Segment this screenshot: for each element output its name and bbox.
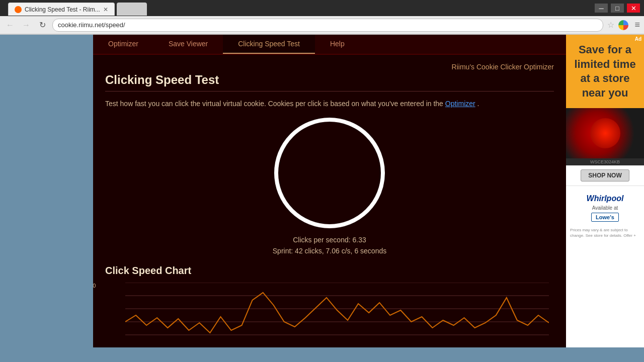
cookie-area: Clicks per second: 6.33 Sprint: 42 click…	[105, 118, 554, 257]
y-label-3: 4.8	[93, 318, 96, 324]
clicks-per-second: Clicks per second: 6.33	[273, 234, 386, 245]
chart-wrapper: 12.0 9.6 7.2 4.8 2.4 0.0	[105, 283, 554, 347]
ad-banner: Ad Save for a limited time at a store ne…	[566, 35, 644, 240]
url-text: cookie.riimu.net/speed/	[58, 21, 125, 29]
tab-close-button[interactable]: ✕	[103, 6, 108, 13]
chart-svg	[125, 283, 549, 347]
nav-tabs: Optimizer Save Viewer Clicking Speed Tes…	[93, 35, 566, 55]
tab-clicking-speed[interactable]: Clicking Speed Test	[223, 35, 315, 54]
menu-icon[interactable]: ≡	[634, 20, 640, 30]
y-label-1: 0.0	[93, 342, 96, 347]
y-label-4: 7.2	[93, 306, 96, 312]
address-bar-row: ← → ↻ cookie.riimu.net/speed/ ☆ ≡	[0, 16, 644, 34]
maximize-button[interactable]: □	[611, 4, 624, 13]
ad-whirlpool-section: Whirlpool Available at Lowe's	[566, 190, 644, 226]
chart-y-labels: 12.0 9.6 7.2 4.8 2.4 0.0	[93, 283, 96, 347]
minimize-button[interactable]: ─	[595, 4, 608, 13]
page-title: Clicking Speed Test	[105, 73, 554, 92]
browser-tab[interactable]: Clicking Speed Test - Riim... ✕	[8, 3, 115, 16]
click-stats: Clicks per second: 6.33 Sprint: 42 click…	[273, 234, 386, 257]
chrome-logo-icon	[618, 20, 628, 30]
refresh-button[interactable]: ↻	[36, 19, 48, 31]
site-title: Riimu's Cookie Clicker Optimizer	[105, 63, 554, 71]
ad-disclaimer-text: Prices may vary & are subject to change.…	[566, 226, 644, 240]
description-text-2: .	[477, 100, 479, 108]
y-label-6: 12.0	[93, 283, 96, 289]
tab-optimizer[interactable]: Optimizer	[93, 35, 153, 54]
ad-retailer: Lowe's	[591, 213, 619, 222]
ad-product-circle	[590, 118, 620, 148]
chart-canvas	[125, 283, 549, 347]
y-label-2: 2.4	[93, 330, 96, 336]
y-label-5: 9.6	[93, 294, 96, 300]
description-text-1: Test how fast you can click the virtual …	[105, 100, 443, 108]
ad-product-label: WSCE3024KB	[566, 158, 644, 165]
ad-brand-name: Whirlpool	[572, 194, 638, 203]
ad-content: Ad Save for a limited time at a store ne…	[566, 35, 644, 240]
ad-available-text: Available at	[572, 205, 638, 211]
tab-help[interactable]: Help	[315, 35, 360, 54]
optimizer-link[interactable]: Optimizer	[445, 100, 475, 108]
ad-divider	[566, 186, 644, 186]
ad-shop-now-button[interactable]: SHOP NOW	[581, 169, 629, 182]
cookie-button[interactable]	[274, 118, 385, 228]
tab-title: Clicking Speed Test - Riim...	[25, 6, 100, 13]
address-bar[interactable]: cookie.riimu.net/speed/	[52, 19, 603, 32]
close-button[interactable]: ✕	[627, 4, 640, 13]
chart-title: Click Speed Chart	[105, 265, 554, 277]
tab-favicon	[15, 6, 22, 13]
sprint-stats: Sprint: 42 clicks, 7.06 c/s, 6 seconds	[273, 245, 386, 256]
ad-sidebar: Ad Save for a limited time at a store ne…	[566, 35, 644, 347]
bookmark-star-icon[interactable]: ☆	[607, 20, 614, 30]
description: Test how fast you can click the virtual …	[105, 100, 554, 108]
left-sidebar-space	[0, 35, 93, 347]
ad-headline: Save for a limited time at a store near …	[566, 35, 644, 108]
ad-product-image	[566, 108, 644, 158]
ad-badge: Ad	[633, 36, 643, 42]
forward-button[interactable]: →	[20, 19, 32, 31]
new-tab-button[interactable]	[117, 3, 147, 16]
window-controls: ─ □ ✕	[595, 4, 640, 13]
title-bar: Clicking Speed Test - Riim... ✕ ─ □ ✕	[0, 0, 644, 16]
content-area: Optimizer Save Viewer Clicking Speed Tes…	[93, 35, 566, 347]
tab-save-viewer[interactable]: Save Viewer	[153, 35, 223, 54]
ad-image	[566, 108, 644, 158]
page-content: Riimu's Cookie Clicker Optimizer Clickin…	[93, 55, 566, 347]
back-button[interactable]: ←	[4, 19, 16, 31]
